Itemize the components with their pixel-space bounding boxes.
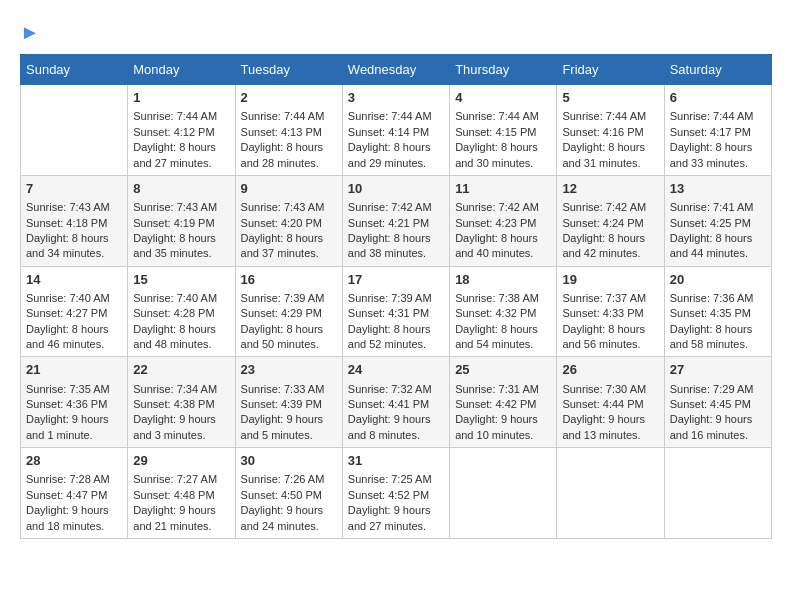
sunset-text: Sunset: 4:17 PM [670, 125, 766, 140]
calendar-cell: 13Sunrise: 7:41 AMSunset: 4:25 PMDayligh… [664, 175, 771, 266]
day-number: 3 [348, 89, 444, 107]
daylight-text: Daylight: 9 hours and 18 minutes. [26, 503, 122, 534]
day-number: 17 [348, 271, 444, 289]
day-number: 7 [26, 180, 122, 198]
calendar-cell: 26Sunrise: 7:30 AMSunset: 4:44 PMDayligh… [557, 357, 664, 448]
weekday-header-saturday: Saturday [664, 55, 771, 85]
day-number: 5 [562, 89, 658, 107]
weekday-header-row: SundayMondayTuesdayWednesdayThursdayFrid… [21, 55, 772, 85]
day-number: 19 [562, 271, 658, 289]
sunrise-text: Sunrise: 7:42 AM [455, 200, 551, 215]
sunset-text: Sunset: 4:31 PM [348, 306, 444, 321]
sunset-text: Sunset: 4:52 PM [348, 488, 444, 503]
sunset-text: Sunset: 4:50 PM [241, 488, 337, 503]
sunset-text: Sunset: 4:21 PM [348, 216, 444, 231]
daylight-text: Daylight: 9 hours and 3 minutes. [133, 412, 229, 443]
daylight-text: Daylight: 9 hours and 24 minutes. [241, 503, 337, 534]
sunset-text: Sunset: 4:18 PM [26, 216, 122, 231]
calendar-cell: 21Sunrise: 7:35 AMSunset: 4:36 PMDayligh… [21, 357, 128, 448]
sunset-text: Sunset: 4:45 PM [670, 397, 766, 412]
sunrise-text: Sunrise: 7:38 AM [455, 291, 551, 306]
calendar-cell: 29Sunrise: 7:27 AMSunset: 4:48 PMDayligh… [128, 448, 235, 539]
week-row-4: 28Sunrise: 7:28 AMSunset: 4:47 PMDayligh… [21, 448, 772, 539]
sunrise-text: Sunrise: 7:34 AM [133, 382, 229, 397]
calendar-cell: 19Sunrise: 7:37 AMSunset: 4:33 PMDayligh… [557, 266, 664, 357]
daylight-text: Daylight: 8 hours and 33 minutes. [670, 140, 766, 171]
sunrise-text: Sunrise: 7:36 AM [670, 291, 766, 306]
calendar-cell: 31Sunrise: 7:25 AMSunset: 4:52 PMDayligh… [342, 448, 449, 539]
daylight-text: Daylight: 8 hours and 37 minutes. [241, 231, 337, 262]
logo-bird-icon: ► [20, 21, 40, 43]
day-number: 29 [133, 452, 229, 470]
daylight-text: Daylight: 9 hours and 10 minutes. [455, 412, 551, 443]
sunrise-text: Sunrise: 7:30 AM [562, 382, 658, 397]
sunrise-text: Sunrise: 7:39 AM [348, 291, 444, 306]
daylight-text: Daylight: 8 hours and 35 minutes. [133, 231, 229, 262]
sunset-text: Sunset: 4:47 PM [26, 488, 122, 503]
sunset-text: Sunset: 4:20 PM [241, 216, 337, 231]
day-number: 22 [133, 361, 229, 379]
calendar-cell: 22Sunrise: 7:34 AMSunset: 4:38 PMDayligh… [128, 357, 235, 448]
sunset-text: Sunset: 4:35 PM [670, 306, 766, 321]
day-number: 12 [562, 180, 658, 198]
calendar-cell: 2Sunrise: 7:44 AMSunset: 4:13 PMDaylight… [235, 85, 342, 176]
sunset-text: Sunset: 4:32 PM [455, 306, 551, 321]
sunrise-text: Sunrise: 7:40 AM [133, 291, 229, 306]
day-number: 20 [670, 271, 766, 289]
daylight-text: Daylight: 8 hours and 29 minutes. [348, 140, 444, 171]
calendar-cell: 7Sunrise: 7:43 AMSunset: 4:18 PMDaylight… [21, 175, 128, 266]
calendar-cell: 23Sunrise: 7:33 AMSunset: 4:39 PMDayligh… [235, 357, 342, 448]
daylight-text: Daylight: 8 hours and 52 minutes. [348, 322, 444, 353]
sunrise-text: Sunrise: 7:35 AM [26, 382, 122, 397]
calendar-cell: 11Sunrise: 7:42 AMSunset: 4:23 PMDayligh… [450, 175, 557, 266]
sunset-text: Sunset: 4:42 PM [455, 397, 551, 412]
daylight-text: Daylight: 8 hours and 28 minutes. [241, 140, 337, 171]
weekday-header-sunday: Sunday [21, 55, 128, 85]
calendar-cell: 10Sunrise: 7:42 AMSunset: 4:21 PMDayligh… [342, 175, 449, 266]
sunrise-text: Sunrise: 7:29 AM [670, 382, 766, 397]
calendar-cell [664, 448, 771, 539]
sunset-text: Sunset: 4:28 PM [133, 306, 229, 321]
sunrise-text: Sunrise: 7:43 AM [241, 200, 337, 215]
sunset-text: Sunset: 4:14 PM [348, 125, 444, 140]
day-number: 8 [133, 180, 229, 198]
calendar-cell: 12Sunrise: 7:42 AMSunset: 4:24 PMDayligh… [557, 175, 664, 266]
calendar-cell: 3Sunrise: 7:44 AMSunset: 4:14 PMDaylight… [342, 85, 449, 176]
daylight-text: Daylight: 8 hours and 46 minutes. [26, 322, 122, 353]
weekday-header-tuesday: Tuesday [235, 55, 342, 85]
sunset-text: Sunset: 4:39 PM [241, 397, 337, 412]
daylight-text: Daylight: 8 hours and 42 minutes. [562, 231, 658, 262]
sunset-text: Sunset: 4:15 PM [455, 125, 551, 140]
calendar-cell: 17Sunrise: 7:39 AMSunset: 4:31 PMDayligh… [342, 266, 449, 357]
sunrise-text: Sunrise: 7:41 AM [670, 200, 766, 215]
calendar-cell [557, 448, 664, 539]
daylight-text: Daylight: 8 hours and 54 minutes. [455, 322, 551, 353]
day-number: 27 [670, 361, 766, 379]
page-header: ► [20, 20, 772, 44]
daylight-text: Daylight: 8 hours and 44 minutes. [670, 231, 766, 262]
day-number: 6 [670, 89, 766, 107]
sunrise-text: Sunrise: 7:27 AM [133, 472, 229, 487]
calendar-cell: 24Sunrise: 7:32 AMSunset: 4:41 PMDayligh… [342, 357, 449, 448]
week-row-3: 21Sunrise: 7:35 AMSunset: 4:36 PMDayligh… [21, 357, 772, 448]
daylight-text: Daylight: 8 hours and 38 minutes. [348, 231, 444, 262]
daylight-text: Daylight: 8 hours and 58 minutes. [670, 322, 766, 353]
calendar-cell: 25Sunrise: 7:31 AMSunset: 4:42 PMDayligh… [450, 357, 557, 448]
sunrise-text: Sunrise: 7:44 AM [670, 109, 766, 124]
day-number: 11 [455, 180, 551, 198]
calendar-body: 1Sunrise: 7:44 AMSunset: 4:12 PMDaylight… [21, 85, 772, 539]
daylight-text: Daylight: 9 hours and 8 minutes. [348, 412, 444, 443]
sunset-text: Sunset: 4:16 PM [562, 125, 658, 140]
calendar-cell: 20Sunrise: 7:36 AMSunset: 4:35 PMDayligh… [664, 266, 771, 357]
daylight-text: Daylight: 8 hours and 27 minutes. [133, 140, 229, 171]
day-number: 10 [348, 180, 444, 198]
day-number: 25 [455, 361, 551, 379]
day-number: 13 [670, 180, 766, 198]
sunrise-text: Sunrise: 7:42 AM [562, 200, 658, 215]
sunrise-text: Sunrise: 7:42 AM [348, 200, 444, 215]
sunrise-text: Sunrise: 7:44 AM [348, 109, 444, 124]
day-number: 9 [241, 180, 337, 198]
day-number: 1 [133, 89, 229, 107]
day-number: 26 [562, 361, 658, 379]
calendar-cell: 14Sunrise: 7:40 AMSunset: 4:27 PMDayligh… [21, 266, 128, 357]
